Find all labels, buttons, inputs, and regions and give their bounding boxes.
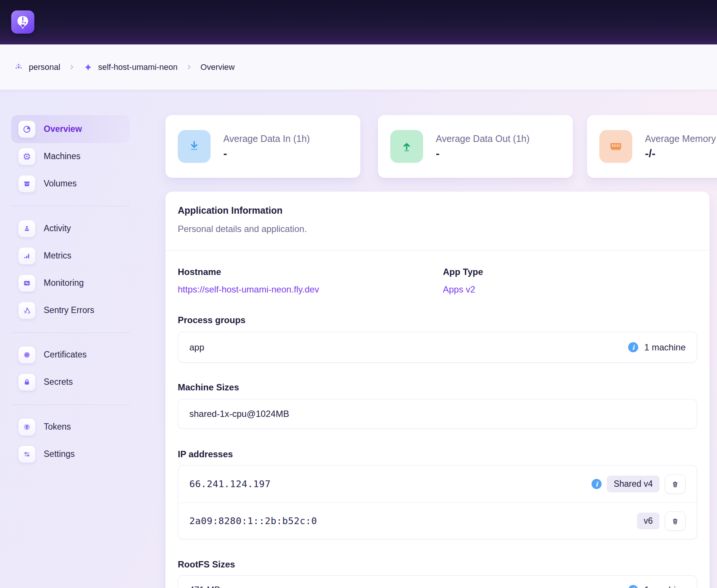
ip-row: 66.241.124.197 i Shared v4 — [178, 465, 697, 502]
stat-card-memory: Average Memory -/- — [587, 115, 717, 178]
sidebar-divider — [11, 332, 130, 333]
sidebar-item-label: Certificates — [44, 350, 87, 360]
ip-type-badge: v6 — [637, 513, 659, 529]
process-groups-label: Process groups — [178, 314, 245, 326]
sidebar-item-activity[interactable]: Activity — [11, 214, 130, 242]
sidebar-item-label: Sentry Errors — [44, 305, 94, 315]
sidebar-item-label: Secrets — [44, 377, 73, 387]
machine-count: 1 machine — [644, 342, 686, 353]
sentry-logo-icon — [18, 302, 35, 319]
hostname-label: Hostname — [178, 266, 221, 278]
hostname-link[interactable]: https://self-host-umami-neon.fly.dev — [178, 284, 319, 295]
delete-ip-button[interactable] — [665, 511, 686, 531]
cluster-dots-icon — [14, 62, 24, 72]
sidebar-divider — [11, 206, 130, 206]
info-icon[interactable]: i — [592, 479, 602, 489]
bar-chart-icon — [18, 247, 35, 264]
keyhole-icon — [18, 418, 35, 436]
stat-value: -/- — [645, 147, 716, 160]
sidebar-item-label: Activity — [44, 223, 71, 233]
sidebar-item-label: Machines — [44, 151, 80, 161]
sparkle-icon — [83, 62, 93, 72]
stat-card-data-out: Average Data Out (1h) - — [378, 115, 573, 178]
breadcrumb: personal › self-host-umami-neon › Overvi… — [0, 44, 717, 90]
rootfs-row: 471 MB i 1 machine — [178, 575, 697, 588]
trash-icon — [671, 517, 680, 526]
stat-card-data-in: Average Data In (1h) - — [165, 115, 360, 178]
cpu-chip-icon — [18, 148, 35, 165]
card-divider — [165, 250, 710, 251]
info-icon[interactable]: i — [628, 585, 638, 588]
stat-title: Average Data Out (1h) — [436, 133, 530, 144]
sidebar-item-tokens[interactable]: Tokens — [11, 413, 130, 441]
sidebar-item-certificates[interactable]: Certificates — [11, 341, 130, 369]
balloon-icon — [15, 14, 31, 30]
ip-type-badge: Shared v4 — [607, 476, 659, 492]
sidebar-item-label: Metrics — [44, 251, 71, 261]
card-subtitle: Personal details and application. — [178, 224, 307, 234]
sidebar-item-metrics[interactable]: Metrics — [11, 242, 130, 270]
activity-stack-icon — [18, 220, 35, 237]
sidebar-divider — [11, 405, 130, 405]
chevron-right-icon: › — [187, 61, 190, 72]
stat-title: Average Memory — [645, 133, 716, 144]
row-divider — [178, 502, 697, 503]
ip-address: 66.241.124.197 — [189, 479, 271, 489]
app-type-link[interactable]: Apps v2 — [443, 284, 475, 295]
ip-addresses-label: IP addresses — [178, 448, 233, 460]
top-nav-bar — [0, 0, 717, 44]
ip-row: 2a09:8280:1::2b:b52c:0 v6 — [178, 502, 697, 539]
sidebar-item-label: Settings — [44, 449, 75, 459]
process-group-row: app i 1 machine — [178, 332, 697, 363]
delete-ip-button[interactable] — [665, 474, 686, 494]
toggles-icon — [18, 446, 35, 463]
machine-size-row: shared-1x-cpu@1024MB — [178, 399, 697, 429]
ip-address: 2a09:8280:1::2b:b52c:0 — [189, 516, 317, 526]
sidebar-item-volumes[interactable]: Volumes — [11, 170, 130, 198]
trash-icon — [671, 480, 680, 489]
sidebar-item-sentry-errors[interactable]: Sentry Errors — [11, 296, 130, 324]
machine-size-value: shared-1x-cpu@1024MB — [189, 409, 289, 419]
chevron-right-icon: › — [70, 61, 73, 72]
ip-addresses-box: 66.241.124.197 i Shared v4 2a09:8280:1::… — [178, 465, 697, 539]
download-arrow-icon — [178, 130, 211, 163]
sidebar-item-settings[interactable]: Settings — [11, 440, 130, 468]
sidebar-item-label: Volumes — [44, 179, 77, 189]
sidebar-item-label: Tokens — [44, 422, 71, 432]
breadcrumb-app[interactable]: self-host-umami-neon — [98, 62, 178, 72]
memory-ram-icon — [599, 130, 632, 163]
machine-sizes-label: Machine Sizes — [178, 381, 239, 393]
pie-chart-icon — [18, 121, 35, 138]
sidebar-item-label: Overview — [44, 124, 82, 134]
info-icon[interactable]: i — [628, 342, 638, 352]
rootfs-size: 471 MB — [189, 585, 220, 588]
breadcrumb-page[interactable]: Overview — [201, 62, 235, 72]
padlock-icon — [18, 374, 35, 391]
application-information-card: Application Information Personal details… — [165, 192, 710, 588]
sidebar-item-monitoring[interactable]: Monitoring — [11, 269, 130, 297]
stat-value: - — [436, 147, 530, 160]
app-type-label: App Type — [443, 266, 483, 278]
sidebar-item-overview[interactable]: Overview — [11, 115, 130, 143]
process-group-name: app — [189, 342, 204, 353]
stat-title: Average Data In (1h) — [223, 133, 310, 144]
rootfs-sizes-label: RootFS Sizes — [178, 558, 235, 570]
card-title: Application Information — [178, 205, 283, 216]
sidebar-item-machines[interactable]: Machines — [11, 142, 130, 170]
stat-value: - — [223, 147, 310, 160]
machine-count: 1 machine — [644, 585, 686, 588]
badge-check-icon — [18, 346, 35, 363]
breadcrumb-org[interactable]: personal — [29, 62, 60, 72]
fly-logo[interactable] — [11, 10, 34, 34]
storage-box-icon — [18, 175, 35, 192]
sidebar-item-secrets[interactable]: Secrets — [11, 368, 130, 396]
upload-arrow-icon — [390, 130, 423, 163]
sidebar-item-label: Monitoring — [44, 278, 84, 288]
monitor-pulse-icon — [18, 275, 35, 292]
